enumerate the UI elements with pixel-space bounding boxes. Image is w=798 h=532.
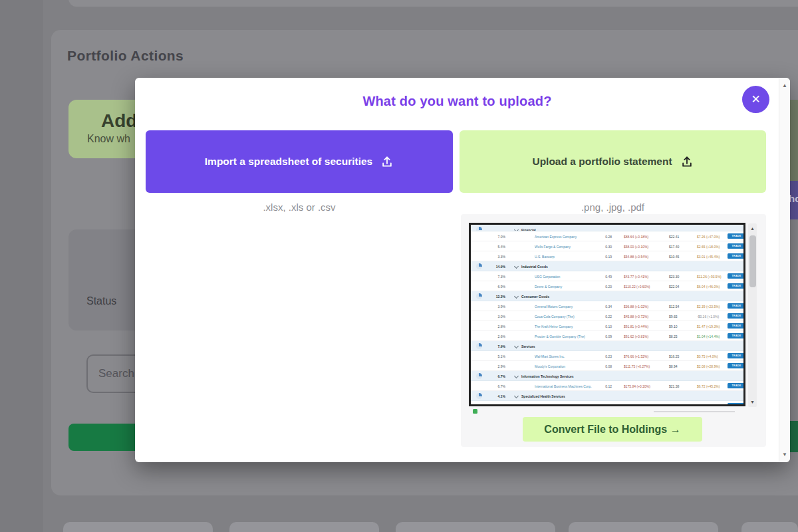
preview-stock-row: 2.8%The Kraft Heinz Company0.10$91.81 (+… — [471, 321, 743, 331]
scroll-down-icon: ▼ — [748, 400, 757, 404]
shares-owned: 0.23 — [595, 354, 612, 358]
close-button[interactable]: ✕ — [742, 86, 769, 113]
preview-section-row: 14.9%Industrial Goods — [471, 261, 743, 271]
bottom-card — [396, 522, 555, 532]
stock-weight: 5.4% — [487, 245, 505, 249]
background-card-fragment — [790, 100, 798, 181]
upload-formats-caption: .png, .jpg, .pdf — [460, 201, 766, 213]
import-spreadsheet-button[interactable]: Import a spreadsheet of securities — [146, 130, 453, 193]
convert-file-button[interactable]: Convert File to Holdings → — [523, 417, 702, 442]
shares-owned: 0.19 — [595, 255, 612, 259]
preview-section-row: 7.9%Services — [471, 341, 743, 351]
bottom-card — [63, 522, 213, 532]
stock-weight: 3.9% — [487, 305, 505, 309]
current-value: $9.10 — [669, 325, 678, 329]
current-value: $23.30 — [669, 275, 679, 279]
stock-weight: 6.7% — [487, 384, 505, 388]
add-card-subtitle: Know wh — [87, 133, 130, 145]
current-value: $16.25 — [669, 354, 679, 358]
trade-button: TRADE — [728, 403, 745, 406]
statement-preview-image: Financial7.0%American Express Company0.2… — [469, 223, 745, 406]
upload-button-label: Upload a portfolio statement — [532, 156, 672, 168]
shares-owned: 0.30 — [595, 245, 612, 249]
background-green-button-fragment[interactable] — [790, 421, 798, 452]
preview-footnote-icon — [473, 409, 477, 414]
trade-button: TRADE — [728, 253, 745, 259]
price: $91.81 (+0.44%) — [624, 325, 648, 329]
gain-loss: $0.75 (+4.0%) — [697, 354, 718, 358]
scroll-up-icon[interactable]: ▲ — [779, 82, 790, 88]
shares-owned: 0.12 — [595, 384, 612, 388]
current-value: $22.41 — [669, 235, 679, 239]
section-weight: 7.9% — [487, 344, 505, 348]
current-value: $9.65 — [669, 315, 678, 319]
gain-loss: $7.26 (+47.0%) — [697, 235, 720, 239]
preview-section-row: 6.7%Information Technology Services — [471, 371, 743, 381]
preview-stock-row: 6.7%International Business Machines Corp… — [471, 381, 743, 391]
scroll-up-icon: ▲ — [748, 226, 757, 231]
preview-stock-row: 5.4%Wells Fargo & Company0.30$58.00 (+0.… — [471, 241, 743, 251]
chevron-down-icon — [514, 294, 519, 299]
stock-weight: 2.8% — [487, 325, 505, 329]
shares-owned: 0.49 — [595, 275, 612, 279]
current-value: $17.40 — [669, 245, 679, 249]
bottom-card — [741, 522, 798, 532]
gain-loss: $2.08 (+28.9%) — [697, 364, 720, 368]
stock-weight: 4.1% — [487, 404, 505, 407]
price: $175.84 (+0.20%) — [624, 384, 650, 388]
section-name: Information Technology Services — [521, 374, 574, 378]
import-button-label: Import a spreadsheet of securities — [205, 156, 372, 168]
current-value: $8.94 — [669, 364, 678, 368]
gain-loss: $1.04 (+14.4%) — [697, 334, 720, 338]
stock-name: General Motors Company — [535, 305, 573, 309]
current-value: $10.45 — [669, 255, 679, 259]
trade-button: TRADE — [728, 273, 745, 279]
purple-fragment-label: ho — [790, 193, 798, 204]
stock-weight: 7.0% — [487, 235, 505, 239]
preview-section-row: 4.1%Specialized Health Services — [471, 391, 743, 401]
modal-scrollbar[interactable]: ▲ ▼ — [779, 78, 790, 462]
price: $45.88 (+0.72%) — [624, 315, 648, 319]
section-weight: 12.3% — [487, 295, 505, 299]
section-name: Services — [521, 344, 535, 348]
upload-icon — [380, 155, 394, 168]
upload-statement-button[interactable]: Upload a portfolio statement — [460, 130, 766, 193]
preview-section-row: Financial — [471, 225, 743, 231]
stock-weight: 3.0% — [487, 315, 505, 319]
gain-loss: $1.47 (+19.3%) — [697, 325, 720, 329]
stock-name: American Express Company — [535, 235, 577, 239]
price: $58.00 (+0.10%) — [624, 245, 648, 249]
gain-loss: $0.41 (+3.2%) — [697, 404, 718, 407]
preview-stock-row: 4.1%DaVita Inc.0.19$69.23 (+0.07%)$13.15… — [471, 401, 743, 406]
add-card-title: Add — [101, 110, 137, 132]
bottom-card — [569, 522, 718, 532]
chevron-down-icon — [514, 374, 519, 378]
pie-icon — [476, 227, 482, 232]
current-value: $8.25 — [669, 334, 678, 338]
top-card-edge — [68, 0, 798, 7]
section-name: Consumer Goods — [521, 295, 549, 299]
stock-name: Procter & Gamble Company (The) — [535, 334, 585, 338]
preview-scrollbar-thumb — [749, 235, 756, 287]
preview-stock-row: 7.0%American Express Company0.28$88.64 (… — [471, 231, 743, 241]
upload-modal: What do you want to upload? ✕ Import a s… — [135, 78, 790, 462]
preview-stock-row: 2.9%Moody's Corporation0.08$111.75 (+0.2… — [471, 361, 743, 371]
scroll-down-icon[interactable]: ▼ — [779, 452, 790, 458]
gain-loss: $6.04 (+46.0%) — [697, 285, 720, 289]
stock-name: International Business Machines Corp. — [535, 384, 592, 388]
background-purple-button-fragment[interactable]: ho — [790, 181, 798, 219]
section-weight: 14.9% — [487, 265, 505, 269]
preview-stock-row: 7.3%USG Corporation0.49$43.77 (+0.41%)$2… — [471, 271, 743, 281]
shares-owned: 0.09 — [595, 334, 612, 338]
price: $43.77 (+0.41%) — [624, 275, 648, 279]
current-value: $22.04 — [669, 285, 679, 289]
trade-button: TRADE — [728, 353, 745, 359]
price: $110.22 (+0.60%) — [624, 285, 650, 289]
current-value: $12.54 — [669, 305, 679, 309]
bottom-card — [229, 522, 379, 532]
preview-stock-row: 3.0%Coca-Cola Company (The)0.22$45.88 (+… — [471, 311, 743, 321]
pie-icon — [476, 393, 482, 399]
close-icon: ✕ — [751, 93, 760, 106]
section-name: Industrial Goods — [521, 265, 548, 269]
stock-name: Wells Fargo & Company — [535, 245, 571, 249]
